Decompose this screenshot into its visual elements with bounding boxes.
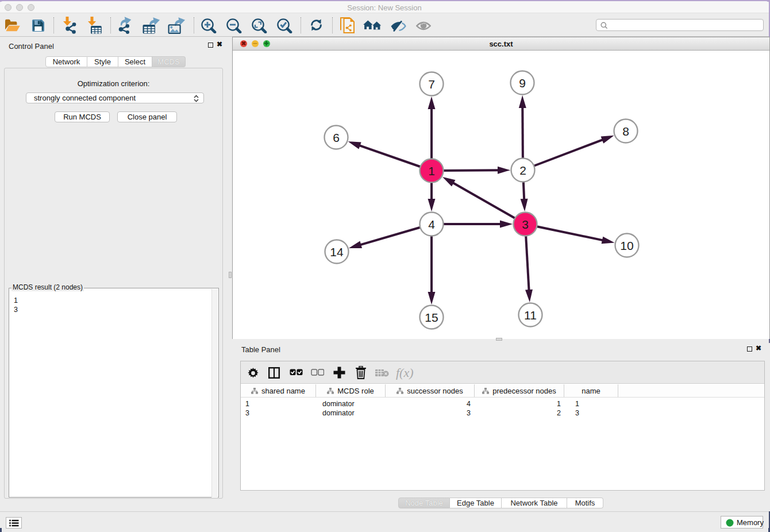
svg-text:9: 9 bbox=[519, 76, 526, 90]
svg-text:11: 11 bbox=[524, 309, 537, 322]
svg-text:15: 15 bbox=[425, 311, 438, 324]
svg-text:8: 8 bbox=[622, 125, 629, 138]
svg-text:14: 14 bbox=[330, 245, 344, 259]
svg-text:6: 6 bbox=[333, 131, 340, 144]
svg-text:1: 1 bbox=[428, 164, 435, 178]
svg-text:7: 7 bbox=[428, 78, 435, 91]
svg-text:4: 4 bbox=[428, 218, 435, 231]
svg-text:2: 2 bbox=[519, 164, 526, 177]
svg-text:3: 3 bbox=[522, 218, 529, 231]
svg-text:10: 10 bbox=[620, 239, 633, 252]
